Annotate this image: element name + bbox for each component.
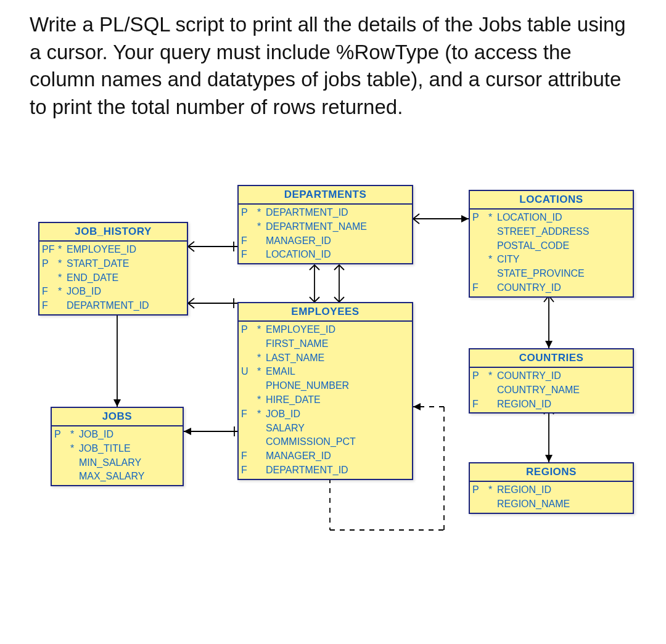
not-null-star: * bbox=[488, 253, 497, 266]
column-row: MAX_SALARY bbox=[52, 470, 183, 484]
not-null-star bbox=[257, 436, 266, 449]
key-indicator bbox=[241, 221, 257, 234]
entity-jobs: JOBS P*JOB_ID*JOB_TITLEMIN_SALARYMAX_SAL… bbox=[51, 407, 184, 486]
key-indicator bbox=[241, 380, 257, 393]
key-indicator: F bbox=[241, 248, 257, 261]
column-name: PHONE_NUMBER bbox=[266, 380, 408, 393]
column-name: LOCATION_ID bbox=[266, 248, 408, 261]
key-indicator bbox=[472, 253, 488, 266]
key-indicator: P bbox=[241, 324, 257, 336]
not-null-star: * bbox=[488, 211, 497, 224]
key-indicator bbox=[54, 470, 70, 483]
key-indicator bbox=[241, 436, 257, 449]
svg-marker-3 bbox=[113, 399, 121, 407]
column-row: *DEPARTMENT_NAME bbox=[239, 220, 412, 234]
entity-body: PF*EMPLOYEE_IDP*START_DATE*END_DATEF*JOB… bbox=[39, 242, 187, 314]
column-row: STREET_ADDRESS bbox=[470, 225, 633, 239]
column-name: COMMISSION_PCT bbox=[266, 436, 408, 449]
key-indicator bbox=[42, 272, 58, 285]
column-row: COMMISSION_PCT bbox=[239, 435, 412, 449]
column-name: FIRST_NAME bbox=[266, 338, 408, 351]
column-row: FMANAGER_ID bbox=[239, 449, 412, 463]
column-name: DEPARTMENT_ID bbox=[266, 464, 408, 477]
column-row: STATE_PROVINCE bbox=[470, 267, 633, 281]
not-null-star: * bbox=[257, 324, 266, 336]
not-null-star: * bbox=[257, 408, 266, 421]
er-diagram: JOB_HISTORY PF*EMPLOYEE_IDP*START_DATE*E… bbox=[25, 185, 641, 579]
key-indicator bbox=[472, 226, 488, 238]
column-row: P*JOB_ID bbox=[52, 428, 183, 442]
not-null-star: * bbox=[257, 221, 266, 234]
column-row: COUNTRY_NAME bbox=[470, 383, 633, 397]
column-name: EMPLOYEE_ID bbox=[67, 243, 183, 256]
not-null-star bbox=[488, 384, 497, 397]
key-indicator bbox=[472, 240, 488, 253]
column-row: *HIRE_DATE bbox=[239, 393, 412, 407]
not-null-star: * bbox=[58, 272, 67, 285]
not-null-star: * bbox=[488, 370, 497, 383]
not-null-star: * bbox=[58, 258, 67, 271]
column-name: LAST_NAME bbox=[266, 352, 408, 365]
not-null-star bbox=[488, 240, 497, 253]
question-text: Write a PL/SQL script to print all the d… bbox=[30, 11, 634, 121]
not-null-star bbox=[257, 235, 266, 248]
column-row: FMANAGER_ID bbox=[239, 234, 412, 248]
not-null-star: * bbox=[257, 365, 266, 378]
column-name: END_DATE bbox=[67, 272, 183, 285]
not-null-star bbox=[70, 457, 79, 470]
entity-employees: EMPLOYEES P*EMPLOYEE_IDFIRST_NAME*LAST_N… bbox=[237, 302, 413, 480]
column-name: HIRE_DATE bbox=[266, 394, 408, 407]
column-name: COUNTRY_NAME bbox=[497, 384, 629, 397]
key-indicator: P bbox=[472, 211, 488, 224]
key-indicator bbox=[472, 384, 488, 397]
column-row: P*REGION_ID bbox=[470, 483, 633, 497]
key-indicator: F bbox=[241, 408, 257, 421]
key-indicator: F bbox=[42, 300, 58, 312]
not-null-star bbox=[488, 226, 497, 238]
column-name: REGION_ID bbox=[497, 484, 629, 497]
column-name: DEPARTMENT_ID bbox=[266, 206, 408, 219]
key-indicator: U bbox=[241, 365, 257, 378]
column-row: *END_DATE bbox=[39, 271, 187, 285]
key-indicator: P bbox=[241, 206, 257, 219]
column-row: *JOB_TITLE bbox=[52, 442, 183, 456]
column-name: REGION_NAME bbox=[497, 498, 629, 511]
column-row: FIRST_NAME bbox=[239, 337, 412, 351]
column-name: COUNTRY_ID bbox=[497, 370, 629, 383]
column-name: COUNTRY_ID bbox=[497, 282, 629, 295]
not-null-star bbox=[257, 464, 266, 477]
key-indicator bbox=[472, 267, 488, 280]
not-null-star bbox=[257, 338, 266, 351]
entity-body: P*DEPARTMENT_ID*DEPARTMENT_NAMEFMANAGER_… bbox=[239, 205, 412, 263]
column-name: EMAIL bbox=[266, 365, 408, 378]
entity-body: P*LOCATION_IDSTREET_ADDRESSPOSTAL_CODE*C… bbox=[470, 210, 633, 296]
key-indicator: P bbox=[42, 258, 58, 271]
entity-body: P*COUNTRY_IDCOUNTRY_NAMEFREGION_ID bbox=[470, 368, 633, 412]
column-name: DEPARTMENT_NAME bbox=[266, 221, 408, 234]
entity-body: P*EMPLOYEE_IDFIRST_NAME*LAST_NAMEU*EMAIL… bbox=[239, 322, 412, 479]
key-indicator: F bbox=[241, 235, 257, 248]
column-row: FDEPARTMENT_ID bbox=[239, 463, 412, 478]
column-row: U*EMAIL bbox=[239, 365, 412, 379]
column-name: MANAGER_ID bbox=[266, 235, 408, 248]
column-row: FLOCATION_ID bbox=[239, 248, 412, 262]
column-name: DEPARTMENT_ID bbox=[67, 300, 183, 312]
key-indicator: F bbox=[241, 464, 257, 477]
not-null-star bbox=[70, 470, 79, 483]
entity-title: COUNTRIES bbox=[470, 349, 633, 368]
column-name: START_DATE bbox=[67, 258, 183, 271]
entity-body: P*JOB_ID*JOB_TITLEMIN_SALARYMAX_SALARY bbox=[52, 426, 183, 485]
not-null-star bbox=[488, 398, 497, 411]
not-null-star bbox=[257, 248, 266, 261]
column-row: FCOUNTRY_ID bbox=[470, 281, 633, 295]
column-name: JOB_ID bbox=[266, 408, 408, 421]
not-null-star bbox=[257, 450, 266, 463]
not-null-star bbox=[257, 422, 266, 435]
entity-countries: COUNTRIES P*COUNTRY_IDCOUNTRY_NAMEFREGIO… bbox=[469, 348, 634, 414]
column-name: EMPLOYEE_ID bbox=[266, 324, 408, 336]
entity-title: JOB_HISTORY bbox=[39, 223, 187, 242]
column-name: JOB_TITLE bbox=[79, 442, 179, 455]
not-null-star: * bbox=[488, 484, 497, 497]
key-indicator bbox=[54, 442, 70, 455]
key-indicator: P bbox=[472, 370, 488, 383]
